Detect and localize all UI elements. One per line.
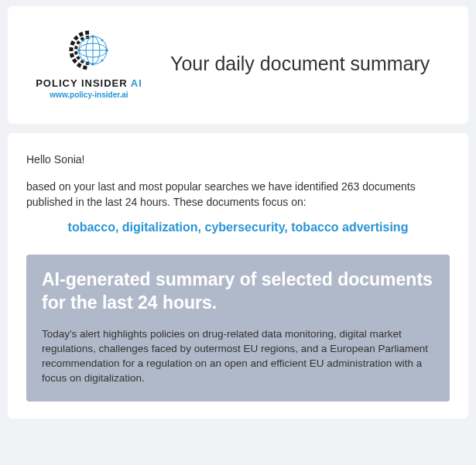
svg-point-12 xyxy=(83,60,85,62)
summary-box: AI-generated summary of selected documen… xyxy=(26,255,450,401)
svg-point-9 xyxy=(101,39,104,42)
svg-point-11 xyxy=(83,39,85,42)
logo-brand-accent: AI xyxy=(131,77,142,89)
intro-text: based on your last and most popular sear… xyxy=(26,180,450,210)
svg-point-8 xyxy=(105,49,108,52)
svg-point-6 xyxy=(91,63,94,66)
greeting-text: Hello Sonia! xyxy=(26,153,450,166)
logo-block: POLICY INSIDER AI www.policy-insider.ai xyxy=(31,28,147,99)
svg-point-5 xyxy=(91,35,94,38)
logo-url: www.policy-insider.ai xyxy=(50,91,128,99)
svg-point-7 xyxy=(77,49,80,52)
header-card: POLICY INSIDER AI www.policy-insider.ai … xyxy=(8,6,468,124)
summary-text: Today's alert highlights policies on dru… xyxy=(42,327,434,386)
logo-brand-main: POLICY INSIDER xyxy=(36,77,131,89)
body-card: Hello Sonia! based on your last and most… xyxy=(8,133,468,419)
summary-title: AI-generated summary of selected documen… xyxy=(42,268,434,315)
logo-brand-text: POLICY INSIDER AI xyxy=(36,77,142,89)
topics-list: tobacco, digitalization, cybersecurity, … xyxy=(26,221,450,234)
logo-icon xyxy=(67,28,111,73)
page-title: Your daily document summary xyxy=(170,53,445,75)
svg-point-10 xyxy=(101,60,104,62)
